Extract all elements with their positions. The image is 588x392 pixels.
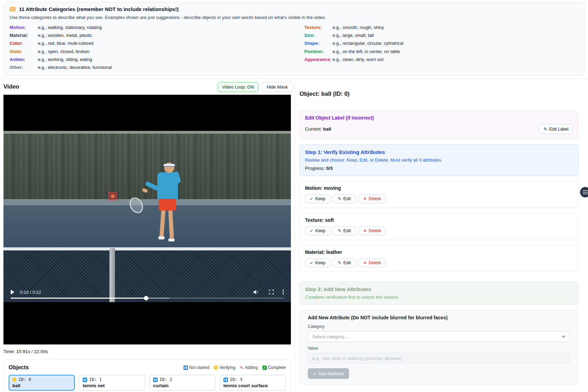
- category-row-action: Action: e.g., working, sitting, eating: [10, 55, 284, 63]
- attribute-label: Motion: moving: [305, 185, 573, 191]
- object-id: ID: 0: [19, 377, 31, 382]
- category-label: Position:: [304, 48, 333, 55]
- attribute-card-material: Material: leather ✓Keep ✎Edit ✕Delete: [300, 245, 578, 272]
- value-input[interactable]: [308, 353, 570, 364]
- step2-card: Step 2: Add New Attributes Complete veri…: [300, 281, 578, 305]
- not-started-icon: [83, 378, 87, 382]
- object-card-tennis-net[interactable]: ID: 1 tennis net: [79, 375, 145, 391]
- not-started-icon: [223, 378, 228, 382]
- category-row-size: Size: e.g., large, small, tall: [304, 31, 578, 39]
- attribute-categories-card: 11 Attribute Categories (remember NOT to…: [3, 2, 585, 76]
- category-label: Other:: [10, 63, 38, 71]
- play-button[interactable]: [11, 290, 14, 295]
- legend-label: Verifying: [219, 365, 235, 370]
- category-example: e.g., rectangular, circular, cylindrical: [333, 39, 403, 47]
- status-legend: Not started Verifying ✎ Adding ✓ Complet…: [183, 365, 286, 370]
- value-field-label: Value: [308, 346, 570, 351]
- tennis-court-scene: [3, 131, 291, 302]
- category-row-appearance: Appearance: e.g., clean, dirty, worn out: [304, 55, 578, 63]
- category-row-color: Color: e.g., red, blue, multi-colored: [10, 39, 284, 47]
- category-label: Action:: [10, 55, 38, 63]
- category-label: Size:: [304, 31, 333, 39]
- video-progress-bar[interactable]: [11, 298, 284, 299]
- object-id: ID: 2: [160, 377, 172, 382]
- category-row-shape: Shape: e.g., rectangular, circular, cyli…: [304, 39, 578, 47]
- category-example: e.g., red, blue, multi-colored: [38, 39, 93, 47]
- categories-grid: Motion: e.g., walking, stationary, rotat…: [10, 23, 578, 71]
- categories-icon: [10, 7, 16, 11]
- legend-label: Not started: [189, 365, 210, 370]
- category-example: e.g., clean, dirty, worn out: [333, 55, 384, 63]
- chevron-down-icon: [561, 335, 566, 338]
- delete-button[interactable]: ✕Delete: [358, 226, 386, 235]
- step2-subtitle: Complete verification first to unlock th…: [305, 295, 573, 300]
- step1-progress: Progress: 0/3: [305, 166, 573, 171]
- object-card-ball[interactable]: ID: 0 ball: [9, 375, 75, 391]
- delete-button[interactable]: ✕Delete: [358, 194, 386, 203]
- add-attribute-button[interactable]: + Add Attribute: [308, 368, 349, 379]
- video-timestamp: 0:10 / 0:22: [20, 290, 41, 295]
- category-example: e.g., electronic, decorative, functional: [38, 63, 112, 71]
- delete-button[interactable]: ✕Delete: [358, 258, 386, 267]
- category-label: Texture:: [304, 23, 333, 31]
- attribute-card-motion: Motion: moving ✓Keep ✎Edit ✕Delete: [300, 181, 578, 208]
- check-icon: ✓: [310, 229, 313, 233]
- plus-icon: +: [313, 371, 316, 376]
- category-label: State:: [10, 48, 38, 55]
- keep-button[interactable]: ✓Keep: [305, 194, 330, 203]
- category-label: Appearance:: [304, 55, 333, 63]
- volume-icon[interactable]: [252, 289, 259, 296]
- current-label-value: ball: [323, 126, 331, 132]
- edit-label-button[interactable]: ✎ Edit Label: [539, 124, 573, 134]
- keep-button[interactable]: ✓Keep: [305, 258, 330, 267]
- pencil-icon: ✎: [240, 365, 243, 370]
- category-label: Motion:: [10, 23, 38, 31]
- object-card-court-surface[interactable]: ID: 3 tennis court surface: [220, 375, 286, 391]
- verifying-icon: [12, 378, 17, 382]
- cross-icon: ✕: [363, 229, 367, 233]
- not-started-icon: [153, 378, 158, 382]
- check-icon: ✓: [310, 197, 313, 201]
- category-example: e.g., on the left, in center, on table: [333, 48, 400, 55]
- step2-title: Step 2: Add New Attributes: [305, 286, 573, 292]
- edit-label-title: Edit Object Label (if incorrect): [305, 115, 573, 121]
- category-example: e.g., open, closed, broken: [38, 48, 90, 55]
- cross-icon: ✕: [363, 197, 367, 201]
- object-id: ID: 3: [230, 377, 242, 382]
- object-detail-panel: Object: ball (ID: 0) Edit Object Label (…: [295, 79, 588, 392]
- category-label: Shape:: [304, 39, 333, 47]
- edit-button[interactable]: ✎Edit: [333, 226, 356, 235]
- attribute-label: Material: leather: [305, 249, 573, 255]
- category-example: e.g., wooden, metal, plastic: [38, 31, 92, 39]
- child-player-figure: [139, 163, 182, 245]
- category-example: e.g., walking, stationary, rotating: [38, 23, 102, 31]
- fullscreen-icon[interactable]: [268, 289, 274, 295]
- edit-button[interactable]: ✎Edit: [333, 194, 356, 203]
- video-menu-icon[interactable]: [283, 289, 284, 295]
- legend-not-started: Not started: [183, 365, 210, 370]
- check-icon: ✓: [310, 261, 313, 265]
- not-started-icon: [183, 365, 188, 370]
- video-loop-toggle-button[interactable]: Video Loop: ON: [218, 82, 258, 92]
- category-example: e.g., large, small, tall: [333, 31, 374, 39]
- add-attribute-title: Add New Attribute (Do NOT include blurre…: [308, 315, 570, 320]
- category-select[interactable]: Select category...: [308, 331, 570, 342]
- category-select-placeholder: Select category...: [312, 334, 348, 339]
- video-player[interactable]: 0:10 / 0:22: [3, 95, 291, 344]
- step1-subtitle: Review and choose: Keep, Edit, or Delete…: [305, 157, 573, 163]
- hide-mask-button[interactable]: Hide Mask: [262, 82, 293, 92]
- objects-card: Objects Not started Verifying ✎ Adding: [3, 360, 291, 392]
- progress-value: 0/3: [326, 166, 333, 171]
- net-top-tape: [3, 247, 291, 250]
- category-row-texture: Texture: e.g., smooth, rough, shiny: [304, 23, 578, 31]
- video-scrubber[interactable]: [144, 296, 148, 300]
- edit-button[interactable]: ✎Edit: [333, 258, 356, 267]
- category-field-label: Category: [308, 324, 570, 329]
- object-card-curtain[interactable]: ID: 2 curtain: [149, 375, 216, 391]
- categories-title: 11 Attribute Categories (remember NOT to…: [19, 6, 179, 12]
- pencil-icon: ✎: [338, 197, 341, 201]
- verifying-icon: [214, 365, 218, 370]
- objects-section-title: Objects: [9, 364, 29, 371]
- object-id: ID: 1: [89, 377, 102, 382]
- keep-button[interactable]: ✓Keep: [305, 226, 330, 235]
